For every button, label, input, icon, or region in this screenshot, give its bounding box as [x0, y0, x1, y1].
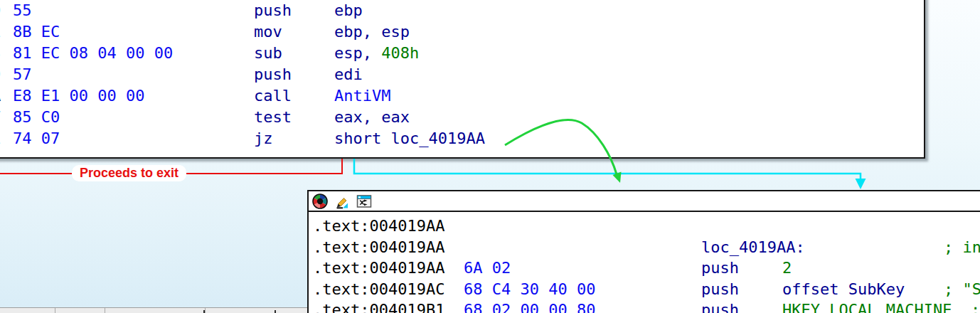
strip-divider: [55, 308, 55, 313]
address-fragment: 3: [0, 43, 1, 64]
strip-mark: [275, 310, 276, 313]
address: .text:004019AA: [313, 216, 444, 237]
address-fragment: F: [0, 107, 1, 128]
operand-segment: 408h: [381, 44, 419, 62]
operand-segment: edi: [334, 65, 363, 83]
operand-segment: short loc_4019AA: [334, 129, 485, 147]
disasm-listing: 055pushebp18B ECmovebp, esp381 EC 08 04 …: [0, 0, 924, 149]
opcode-bytes: 74 07: [13, 128, 60, 149]
operands: HKEY_LOCAL_MACHINE ;: [782, 299, 980, 313]
code-row[interactable]: .text:004019B168 02 00 00 80pushHKEY_LOC…: [309, 299, 980, 313]
mnemonic: jz: [254, 128, 273, 149]
cyan-arrowhead: [856, 179, 866, 189]
opcode-bytes: 81 EC 08 04 00 00: [13, 43, 173, 64]
opcode-bytes: 57: [13, 64, 32, 85]
opcode-bytes: 6A 02: [464, 258, 511, 279]
operands: AntiVM: [334, 85, 390, 107]
opcode-bytes: 8B EC: [13, 21, 60, 43]
disasm-lower-window: .text:004019AA.text:004019AAloc_4019AA:;…: [307, 190, 980, 313]
code-row[interactable]: AE8 E1 00 00 00callAntiVM: [0, 85, 924, 107]
opcode-bytes: 68 02 00 00 80: [464, 299, 595, 313]
operand-segment: 2: [782, 259, 792, 277]
operand-segment: ebp, esp: [334, 23, 410, 41]
operands: eax, eax: [334, 107, 410, 128]
operand-segment: esp,: [334, 44, 381, 62]
address: .text:004019AA: [313, 237, 444, 258]
operand-segment: eax, eax: [334, 108, 410, 126]
operands: esp, 408h: [334, 43, 419, 64]
operands: edi: [334, 64, 363, 85]
comment: ; "S: [944, 279, 980, 300]
address-fragment: 1: [0, 21, 1, 43]
code-row[interactable]: 957pushedi: [0, 64, 924, 85]
operand-segment: HKEY_LOCAL_MACHINE: [782, 301, 952, 313]
background-window-edge: [0, 307, 327, 313]
operands: ebp: [334, 0, 363, 21]
code-row[interactable]: 18B ECmovebp, esp: [0, 21, 924, 43]
code-row[interactable]: .text:004019AA6A 02push2: [309, 258, 980, 279]
operand-segment: AntiVM: [334, 87, 390, 105]
code-row[interactable]: .text:004019AAloc_4019AA:; in: [309, 237, 980, 258]
operands: 2: [782, 258, 792, 279]
green-arrowhead: [613, 172, 622, 184]
mnemonic: sub: [254, 43, 282, 64]
cyan-connector-line: [354, 159, 861, 179]
operands: short loc_4019AA: [334, 128, 485, 149]
text-view-listing: .text:004019AA.text:004019AAloc_4019AA:;…: [309, 212, 980, 313]
address-fragment: A: [0, 85, 1, 107]
address-fragment: 0: [0, 0, 1, 21]
code-row[interactable]: 174 07jzshort loc_4019AA: [0, 128, 924, 149]
mnemonic: call: [254, 85, 292, 107]
operand-segment: ;: [952, 301, 980, 313]
code-row[interactable]: 381 EC 08 04 00 00subesp, 408h: [0, 43, 924, 64]
address: .text:004019AC: [313, 279, 444, 300]
mnemonic: mov: [254, 21, 282, 43]
address-fragment: 1: [0, 128, 1, 149]
code-row[interactable]: F85 C0testeax, eax: [0, 107, 924, 128]
mnemonic: push: [701, 299, 739, 313]
shuffle-windows-icon[interactable]: [356, 193, 373, 210]
opcode-bytes: 55: [13, 0, 32, 21]
strip-divider: [205, 308, 206, 313]
operand-segment: offset SubKey: [782, 280, 905, 298]
operands: offset SubKey: [782, 279, 905, 300]
lower-window-toolbar: [309, 191, 980, 212]
edit-pencil-icon[interactable]: [334, 193, 351, 210]
disasm-top-panel: 055pushebp18B ECmovebp, esp381 EC 08 04 …: [0, 0, 925, 159]
code-row[interactable]: 055pushebp: [0, 0, 924, 21]
proceeds-to-exit-label: Proceeds to exit: [72, 165, 186, 181]
code-row[interactable]: .text:004019AC68 C4 30 40 00pushoffset S…: [309, 279, 980, 300]
strip-mark: [203, 310, 205, 313]
opcode-bytes: 68 C4 30 40 00: [464, 279, 595, 300]
mnemonic: test: [254, 107, 292, 128]
address: .text:004019AA: [313, 258, 444, 279]
opcode-bytes: E8 E1 00 00 00: [13, 85, 144, 107]
operand-segment: ebp: [334, 1, 363, 19]
mnemonic: push: [701, 279, 739, 300]
proceeds-to-exit-text: Proceeds to exit: [80, 166, 179, 180]
colors-icon[interactable]: [311, 193, 329, 210]
mnemonic: push: [254, 64, 292, 85]
code-label: loc_4019AA:: [701, 237, 805, 258]
address-fragment: 9: [0, 64, 1, 85]
code-row[interactable]: .text:004019AA: [309, 216, 980, 237]
mnemonic: push: [701, 258, 739, 279]
mnemonic: push: [254, 0, 292, 21]
strip-divider: [105, 308, 105, 313]
address: .text:004019B1: [313, 299, 444, 313]
comment: ; in: [944, 237, 980, 258]
operands: ebp, esp: [334, 21, 410, 43]
opcode-bytes: 85 C0: [13, 107, 60, 128]
